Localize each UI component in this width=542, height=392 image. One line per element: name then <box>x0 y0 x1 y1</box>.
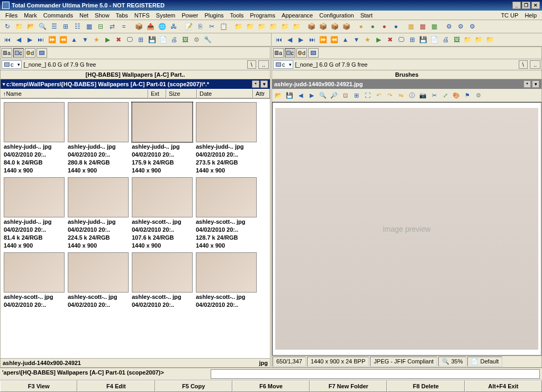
box2-icon[interactable]: 📦 <box>318 21 328 32</box>
equal-icon[interactable]: = <box>119 21 129 32</box>
disk-icon[interactable]: 💾 <box>147 34 157 45</box>
v-prev-icon[interactable]: ◀ <box>295 90 306 101</box>
folder-blue5-icon[interactable]: 📁 <box>279 21 290 32</box>
v-rotr-icon[interactable]: ↷ <box>384 90 395 101</box>
thumbnail-item[interactable]: ashley-judd-.. jpg 04/02/2010 20:.. 81.4… <box>4 177 65 249</box>
r-nav-first-icon[interactable]: ⏮ <box>274 34 284 45</box>
doc-icon[interactable]: 📄 <box>158 34 168 45</box>
v-zoomout-icon[interactable]: 🔎 <box>329 90 339 101</box>
v-crop-icon[interactable]: ✂ <box>429 90 439 101</box>
col-attr[interactable]: Attr <box>253 89 270 98</box>
paste-icon[interactable]: 📋 <box>218 21 229 32</box>
list-icon[interactable]: ☰ <box>49 21 59 32</box>
menu-appearance[interactable]: Appearance <box>278 11 316 20</box>
r-doc-icon[interactable]: 📄 <box>429 34 440 45</box>
r-drive-floppy-button[interactable]: a <box>273 48 284 58</box>
thumbnail-item[interactable]: ashley-scott-.. jpg 04/02/2010 20:.. <box>68 252 129 308</box>
drive-c-button[interactable]: c <box>13 48 24 58</box>
box1-icon[interactable]: 📦 <box>306 21 317 32</box>
menu-files[interactable]: Files <box>2 11 21 20</box>
r-disk-icon[interactable]: 💾 <box>418 34 429 45</box>
v-rotl-icon[interactable]: ↶ <box>373 90 384 101</box>
grid1-icon[interactable]: ▦ <box>405 21 416 32</box>
copy-icon[interactable]: ⎘ <box>195 21 205 32</box>
right-hist-button[interactable]: ▾ <box>532 80 539 88</box>
right-drive-select[interactable]: c <box>273 60 293 69</box>
menu-programs[interactable]: Programs <box>247 11 278 20</box>
left-drive-select[interactable]: c <box>2 60 22 69</box>
nav-down-icon[interactable]: ▼ <box>80 34 91 45</box>
v-save-icon[interactable]: 💾 <box>284 90 295 101</box>
nav-fwd-icon[interactable]: ⏩ <box>47 34 57 45</box>
r-star-icon[interactable]: ★ <box>363 34 373 45</box>
nav-last-icon[interactable]: ⏭ <box>35 34 46 45</box>
menu-tools[interactable]: Tools <box>227 11 247 20</box>
menu-tcup[interactable]: TC UP <box>498 11 521 20</box>
r-nav-next-icon[interactable]: ▶ <box>296 34 306 45</box>
ball1-icon[interactable]: ● <box>356 21 366 32</box>
ball3-icon[interactable]: ● <box>379 21 390 32</box>
img-icon[interactable]: 🖼 <box>180 34 191 45</box>
f7-newfolder-button[interactable]: F7 New Folder <box>310 380 387 392</box>
opt1-icon[interactable]: ⚙ <box>444 21 454 32</box>
thumbnail-item[interactable]: ashley-judd-.. jpg 04/02/2010 20:.. 273.… <box>196 102 257 174</box>
v-full-icon[interactable]: ⛶ <box>362 90 373 101</box>
star-icon[interactable]: ★ <box>91 34 102 45</box>
r-fold3-icon[interactable]: 📁 <box>485 34 495 45</box>
menu-tabs[interactable]: Tabs <box>113 11 131 20</box>
right-updir-button[interactable]: .. <box>530 60 540 69</box>
f6-move-button[interactable]: F6 Move <box>232 380 310 392</box>
search-icon[interactable]: 🔍 <box>37 21 48 32</box>
brief-icon[interactable]: ⊞ <box>60 21 71 32</box>
folder-blue2-icon[interactable]: 📁 <box>245 21 255 32</box>
opt2-icon[interactable]: ⚙ <box>455 21 466 32</box>
v-actual-icon[interactable]: ⊞ <box>351 90 362 101</box>
left-updir-button[interactable]: .. <box>258 60 269 69</box>
box4-icon[interactable]: 📦 <box>341 21 351 32</box>
thumbnail-item[interactable]: ashley-scott-.. jpg 04/02/2010 20:.. 107… <box>132 177 193 249</box>
image-viewer[interactable]: image preview <box>272 102 541 355</box>
r-calc-icon[interactable]: ⊞ <box>407 34 418 45</box>
menu-plugins[interactable]: Plugins <box>201 11 227 20</box>
r-img-icon[interactable]: 🖼 <box>451 34 462 45</box>
r-nav-last-icon[interactable]: ⏭ <box>307 34 318 45</box>
thumbnail-item[interactable]: ashley-judd-.. jpg 04/02/2010 20:.. 224.… <box>68 177 129 249</box>
nav-next-icon[interactable]: ▶ <box>24 34 35 45</box>
drive-floppy-button[interactable]: a <box>2 48 12 58</box>
command-input[interactable] <box>211 369 540 379</box>
cut-icon[interactable]: ✂ <box>206 21 217 32</box>
right-path-bar[interactable]: ashley-judd-1440x900-24921.jpg * ▾ <box>272 79 541 89</box>
grid2-icon[interactable]: ▦ <box>417 21 428 32</box>
r-fold2-icon[interactable]: 📁 <box>474 34 484 45</box>
folder2-icon[interactable]: 📂 <box>25 21 36 32</box>
right-fav-button[interactable]: * <box>523 80 531 88</box>
v-opts-icon[interactable]: ⚙ <box>473 90 484 101</box>
r-drive-net-button[interactable] <box>308 48 319 58</box>
folder-blue3-icon[interactable]: 📁 <box>256 21 267 32</box>
r-nav-down-icon[interactable]: ▼ <box>351 34 362 45</box>
menu-mark[interactable]: Mark <box>21 11 40 20</box>
r-nav-fwd-icon[interactable]: ⏩ <box>318 34 329 45</box>
v-fit-icon[interactable]: ⊡ <box>340 90 350 101</box>
f5-copy-button[interactable]: F5 Copy <box>155 380 232 392</box>
folder-blue6-icon[interactable]: 📁 <box>291 21 302 32</box>
net-icon[interactable]: 🖧 <box>168 21 179 32</box>
ball4-icon[interactable]: ● <box>391 21 401 32</box>
gear-icon[interactable]: ⚙ <box>191 34 202 45</box>
thumbnail-item[interactable]: ashley-scott-.. jpg 04/02/2010 20:.. 128… <box>196 177 257 249</box>
left-fav-button[interactable]: * <box>252 80 259 88</box>
x-icon[interactable]: ✖ <box>113 34 124 45</box>
r-nav-prev-icon[interactable]: ◀ <box>285 34 295 45</box>
play-icon[interactable]: ▶ <box>102 34 113 45</box>
unpack-icon[interactable]: 📤 <box>145 21 156 32</box>
notepad-icon[interactable]: 📝 <box>183 21 194 32</box>
thumbnail-item[interactable]: ashley-scott-.. jpg 04/02/2010 20:.. <box>196 252 257 308</box>
v-resize-icon[interactable]: ⤢ <box>440 90 450 101</box>
left-thumbnails[interactable]: ashley-judd-.. jpg 04/02/2010 20:.. 84.0… <box>1 99 270 358</box>
nav-back-icon[interactable]: ⏪ <box>58 34 68 45</box>
calc-icon[interactable]: ⊞ <box>136 34 146 45</box>
thumbnail-item[interactable]: ashley-judd-.. jpg 04/02/2010 20:.. 84.0… <box>4 102 65 174</box>
left-hist-button[interactable]: ▾ <box>260 80 268 88</box>
col-ext[interactable]: Ext <box>148 89 166 98</box>
thumbnail-item[interactable]: ashley-judd-.. jpg 04/02/2010 20:.. 175.… <box>132 102 193 174</box>
